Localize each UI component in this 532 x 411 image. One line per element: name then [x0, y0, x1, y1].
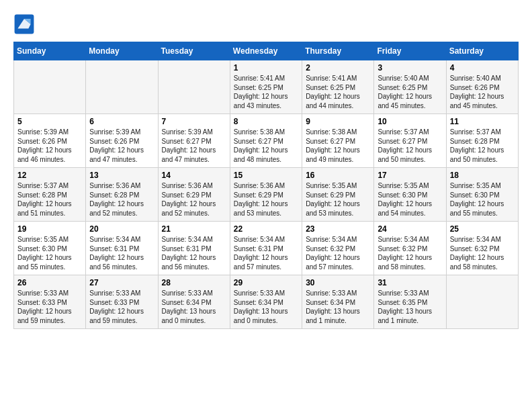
- day-number: 7: [162, 117, 226, 126]
- day-number: 5: [17, 117, 82, 126]
- day-info: Sunrise: 5:33 AM Sunset: 6:35 PM Dayligh…: [378, 289, 442, 325]
- day-number: 3: [378, 63, 442, 73]
- calendar-cell: 29Sunrise: 5:33 AM Sunset: 6:34 PM Dayli…: [230, 275, 302, 329]
- day-number: 29: [234, 278, 298, 287]
- calendar-cell: 8Sunrise: 5:38 AM Sunset: 6:27 PM Daylig…: [230, 114, 302, 168]
- header-day: Monday: [86, 42, 158, 60]
- calendar-cell: 11Sunrise: 5:37 AM Sunset: 6:28 PM Dayli…: [446, 114, 518, 168]
- day-number: 13: [89, 171, 154, 180]
- day-info: Sunrise: 5:38 AM Sunset: 6:27 PM Dayligh…: [234, 128, 298, 164]
- day-info: Sunrise: 5:37 AM Sunset: 6:28 PM Dayligh…: [17, 181, 82, 218]
- calendar-cell: 18Sunrise: 5:35 AM Sunset: 6:30 PM Dayli…: [446, 168, 518, 222]
- calendar-cell: 24Sunrise: 5:34 AM Sunset: 6:32 PM Dayli…: [374, 222, 446, 275]
- calendar-week-row: 26Sunrise: 5:33 AM Sunset: 6:33 PM Dayli…: [14, 275, 519, 329]
- day-info: Sunrise: 5:33 AM Sunset: 6:34 PM Dayligh…: [234, 289, 298, 325]
- day-info: Sunrise: 5:37 AM Sunset: 6:27 PM Dayligh…: [378, 128, 442, 164]
- calendar-cell: 31Sunrise: 5:33 AM Sunset: 6:35 PM Dayli…: [374, 275, 446, 329]
- day-number: 20: [89, 224, 154, 234]
- header-day: Tuesday: [158, 42, 230, 60]
- day-number: 9: [306, 117, 370, 126]
- calendar-cell: 1Sunrise: 5:41 AM Sunset: 6:25 PM Daylig…: [230, 60, 302, 114]
- day-info: Sunrise: 5:33 AM Sunset: 6:33 PM Dayligh…: [89, 289, 154, 325]
- header-row: SundayMondayTuesdayWednesdayThursdayFrid…: [14, 42, 519, 60]
- day-info: Sunrise: 5:39 AM Sunset: 6:26 PM Dayligh…: [89, 128, 154, 164]
- day-info: Sunrise: 5:35 AM Sunset: 6:29 PM Dayligh…: [306, 181, 370, 218]
- day-number: 23: [306, 224, 370, 234]
- calendar-week-row: 1Sunrise: 5:41 AM Sunset: 6:25 PM Daylig…: [14, 60, 519, 114]
- day-info: Sunrise: 5:34 AM Sunset: 6:32 PM Dayligh…: [450, 235, 515, 271]
- calendar-header: SundayMondayTuesdayWednesdayThursdayFrid…: [14, 42, 519, 60]
- day-number: 12: [17, 171, 82, 180]
- calendar-cell: 28Sunrise: 5:33 AM Sunset: 6:34 PM Dayli…: [158, 275, 230, 329]
- header-day: Friday: [374, 42, 446, 60]
- header-day: Sunday: [14, 42, 86, 60]
- day-info: Sunrise: 5:34 AM Sunset: 6:31 PM Dayligh…: [234, 235, 298, 271]
- calendar-cell: 26Sunrise: 5:33 AM Sunset: 6:33 PM Dayli…: [14, 275, 86, 329]
- day-info: Sunrise: 5:35 AM Sunset: 6:30 PM Dayligh…: [450, 181, 515, 218]
- calendar-cell: [446, 275, 518, 329]
- calendar-table: SundayMondayTuesdayWednesdayThursdayFrid…: [13, 42, 519, 329]
- calendar-cell: 20Sunrise: 5:34 AM Sunset: 6:31 PM Dayli…: [86, 222, 158, 275]
- day-number: 17: [378, 171, 442, 180]
- day-number: 28: [162, 278, 226, 287]
- calendar-cell: [14, 60, 86, 114]
- day-number: 11: [450, 117, 515, 126]
- header-day: Thursday: [302, 42, 374, 60]
- calendar-cell: 14Sunrise: 5:36 AM Sunset: 6:29 PM Dayli…: [158, 168, 230, 222]
- day-number: 14: [162, 171, 226, 180]
- calendar-cell: 16Sunrise: 5:35 AM Sunset: 6:29 PM Dayli…: [302, 168, 374, 222]
- day-info: Sunrise: 5:39 AM Sunset: 6:26 PM Dayligh…: [17, 128, 82, 164]
- day-info: Sunrise: 5:33 AM Sunset: 6:34 PM Dayligh…: [306, 289, 370, 325]
- calendar-cell: 21Sunrise: 5:34 AM Sunset: 6:31 PM Dayli…: [158, 222, 230, 275]
- page-header: [13, 13, 519, 35]
- day-info: Sunrise: 5:35 AM Sunset: 6:30 PM Dayligh…: [378, 181, 442, 218]
- day-info: Sunrise: 5:35 AM Sunset: 6:30 PM Dayligh…: [17, 235, 82, 271]
- day-info: Sunrise: 5:36 AM Sunset: 6:29 PM Dayligh…: [162, 181, 226, 218]
- day-number: 30: [306, 278, 370, 287]
- calendar-cell: 30Sunrise: 5:33 AM Sunset: 6:34 PM Dayli…: [302, 275, 374, 329]
- calendar-cell: 9Sunrise: 5:38 AM Sunset: 6:27 PM Daylig…: [302, 114, 374, 168]
- day-number: 1: [234, 63, 298, 73]
- day-number: 31: [378, 278, 442, 287]
- calendar-cell: 27Sunrise: 5:33 AM Sunset: 6:33 PM Dayli…: [86, 275, 158, 329]
- calendar-cell: 4Sunrise: 5:40 AM Sunset: 6:26 PM Daylig…: [446, 60, 518, 114]
- day-number: 6: [89, 117, 154, 126]
- day-info: Sunrise: 5:34 AM Sunset: 6:31 PM Dayligh…: [89, 235, 154, 271]
- day-number: 16: [306, 171, 370, 180]
- calendar-cell: 13Sunrise: 5:36 AM Sunset: 6:28 PM Dayli…: [86, 168, 158, 222]
- header-day: Saturday: [446, 42, 518, 60]
- calendar-week-row: 12Sunrise: 5:37 AM Sunset: 6:28 PM Dayli…: [14, 168, 519, 222]
- day-number: 4: [450, 63, 515, 73]
- calendar-week-row: 5Sunrise: 5:39 AM Sunset: 6:26 PM Daylig…: [14, 114, 519, 168]
- day-number: 18: [450, 171, 515, 180]
- logo-icon: [13, 13, 35, 35]
- day-number: 2: [306, 63, 370, 73]
- calendar-cell: [158, 60, 230, 114]
- day-info: Sunrise: 5:40 AM Sunset: 6:26 PM Dayligh…: [450, 74, 515, 110]
- day-info: Sunrise: 5:41 AM Sunset: 6:25 PM Dayligh…: [306, 74, 370, 110]
- day-number: 24: [378, 224, 442, 234]
- day-info: Sunrise: 5:37 AM Sunset: 6:28 PM Dayligh…: [450, 128, 515, 164]
- day-number: 26: [17, 278, 82, 287]
- calendar-cell: 10Sunrise: 5:37 AM Sunset: 6:27 PM Dayli…: [374, 114, 446, 168]
- calendar-cell: 7Sunrise: 5:39 AM Sunset: 6:27 PM Daylig…: [158, 114, 230, 168]
- day-number: 25: [450, 224, 515, 234]
- day-info: Sunrise: 5:33 AM Sunset: 6:34 PM Dayligh…: [162, 289, 226, 325]
- calendar-body: 1Sunrise: 5:41 AM Sunset: 6:25 PM Daylig…: [14, 60, 519, 329]
- day-number: 8: [234, 117, 298, 126]
- day-info: Sunrise: 5:34 AM Sunset: 6:31 PM Dayligh…: [162, 235, 226, 271]
- calendar-cell: 3Sunrise: 5:40 AM Sunset: 6:25 PM Daylig…: [374, 60, 446, 114]
- day-number: 22: [234, 224, 298, 234]
- calendar-cell: 15Sunrise: 5:36 AM Sunset: 6:29 PM Dayli…: [230, 168, 302, 222]
- day-info: Sunrise: 5:39 AM Sunset: 6:27 PM Dayligh…: [162, 128, 226, 164]
- calendar-cell: 23Sunrise: 5:34 AM Sunset: 6:32 PM Dayli…: [302, 222, 374, 275]
- day-number: 10: [378, 117, 442, 126]
- header-day: Wednesday: [230, 42, 302, 60]
- calendar-cell: 12Sunrise: 5:37 AM Sunset: 6:28 PM Dayli…: [14, 168, 86, 222]
- day-info: Sunrise: 5:36 AM Sunset: 6:28 PM Dayligh…: [89, 181, 154, 218]
- calendar-cell: 22Sunrise: 5:34 AM Sunset: 6:31 PM Dayli…: [230, 222, 302, 275]
- day-info: Sunrise: 5:34 AM Sunset: 6:32 PM Dayligh…: [306, 235, 370, 271]
- calendar-cell: 19Sunrise: 5:35 AM Sunset: 6:30 PM Dayli…: [14, 222, 86, 275]
- calendar-cell: 17Sunrise: 5:35 AM Sunset: 6:30 PM Dayli…: [374, 168, 446, 222]
- day-info: Sunrise: 5:41 AM Sunset: 6:25 PM Dayligh…: [234, 74, 298, 110]
